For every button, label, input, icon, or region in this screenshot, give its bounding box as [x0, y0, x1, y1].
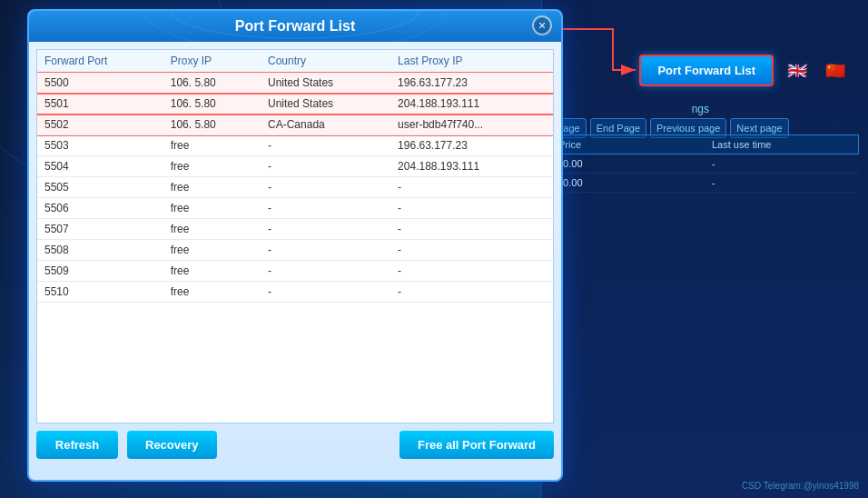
cell-0-0: 5500: [37, 73, 163, 94]
col-country: Country: [261, 50, 390, 73]
cell-6-0: 5506: [37, 198, 163, 219]
cell-3-3: 196.63.177.23: [390, 135, 553, 156]
table-row[interactable]: 5501106. 5.80United States204.188.193.11…: [37, 94, 553, 115]
cell-5-1: free: [163, 177, 261, 198]
cell-5-3: -: [390, 177, 553, 198]
right-panel: Port Forward List 🇬🇧 🇨🇳 ngs Page End Pag…: [541, 0, 868, 498]
col-proxy-ip: Proxy IP: [163, 50, 261, 73]
cell-8-0: 5508: [37, 240, 163, 261]
cell-7-2: -: [261, 219, 390, 240]
cell-8-2: -: [261, 240, 390, 261]
cell-3-0: 5503: [37, 135, 163, 156]
col-forward-port: Forward Port: [37, 50, 163, 73]
dialog-titlebar: Port Forward List ×: [29, 11, 561, 42]
cell-7-1: free: [163, 219, 261, 240]
cell-9-2: -: [261, 261, 390, 282]
cell-6-3: -: [390, 198, 553, 219]
col-last-proxy-ip: Last Proxy IP: [390, 50, 553, 73]
cell-3-1: free: [163, 135, 261, 156]
cell-4-3: 204.188.193.111: [390, 156, 553, 177]
table-row[interactable]: 5503free-196.63.177.23: [37, 135, 553, 156]
table-row[interactable]: 5510free--: [37, 282, 553, 303]
cell-4-2: -: [261, 156, 390, 177]
cell-2-0: 5502: [37, 115, 163, 135]
cell-0-2: United States: [261, 73, 390, 94]
cell-10-3: -: [390, 282, 553, 303]
watermark: CSD Telegram:@yinos41998: [742, 481, 859, 491]
dialog-footer: Refresh Recovery Free all Port Forward: [36, 423, 554, 463]
cell-2-3: user-bdb47f740...: [390, 115, 553, 135]
cell-9-0: 5509: [37, 261, 163, 282]
table-row[interactable]: 5502106. 5.80CA-Canadauser-bdb47f740...: [37, 115, 553, 135]
table-row[interactable]: 5504free-204.188.193.111: [37, 156, 553, 177]
table-row[interactable]: 5506free--: [37, 198, 553, 219]
port-forward-table: Forward Port Proxy IP Country Last Proxy…: [37, 50, 553, 303]
cell-10-1: free: [163, 282, 261, 303]
flag-uk[interactable]: 🇬🇧: [783, 61, 812, 81]
pfl-button[interactable]: Port Forward List: [639, 55, 774, 86]
right-table-row: 30.00 -: [550, 174, 859, 193]
free-all-button[interactable]: Free all Port Forward: [399, 431, 554, 459]
cell-1-2: United States: [261, 94, 390, 115]
last-use-header: Last use time: [705, 135, 858, 154]
dialog-close-button[interactable]: ×: [532, 15, 552, 35]
price-2: 30.00: [550, 174, 705, 192]
tags-label: ngs: [692, 103, 709, 115]
right-table-header: Price Last use time: [550, 134, 859, 154]
cell-9-1: free: [163, 261, 261, 282]
right-table: Price Last use time 30.00 - 30.00 -: [550, 134, 859, 193]
cell-3-2: -: [261, 135, 390, 156]
price-1: 30.00: [550, 154, 705, 173]
cell-0-1: 106. 5.80: [163, 73, 261, 94]
table-row[interactable]: 5509free--: [37, 261, 553, 282]
cell-4-0: 5504: [37, 156, 163, 177]
flag-cn[interactable]: 🇨🇳: [821, 61, 850, 81]
right-table-row: 30.00 -: [550, 154, 859, 174]
cell-6-2: -: [261, 198, 390, 219]
cell-8-1: free: [163, 240, 261, 261]
cell-9-3: -: [390, 261, 553, 282]
cell-10-2: -: [261, 282, 390, 303]
cell-6-1: free: [163, 198, 261, 219]
dialog-content: Forward Port Proxy IP Country Last Proxy…: [29, 42, 561, 470]
cell-10-0: 5510: [37, 282, 163, 303]
cell-0-3: 196.63.177.23: [390, 73, 553, 94]
recovery-button[interactable]: Recovery: [127, 431, 217, 459]
price-header: Price: [551, 135, 705, 154]
cell-7-3: -: [390, 219, 553, 240]
cell-5-2: -: [261, 177, 390, 198]
table-row[interactable]: 5508free--: [37, 240, 553, 261]
dialog-title: Port Forward List: [235, 18, 355, 34]
pfl-button-area: Port Forward List 🇬🇧 🇨🇳: [639, 55, 850, 86]
cell-5-0: 5505: [37, 177, 163, 198]
last-use-1: -: [705, 154, 859, 173]
table-row[interactable]: 5500106. 5.80United States196.63.177.23: [37, 73, 553, 94]
table-container: Forward Port Proxy IP Country Last Proxy…: [36, 49, 554, 423]
last-use-2: -: [705, 174, 859, 192]
table-row[interactable]: 5505free--: [37, 177, 553, 198]
cell-7-0: 5507: [37, 219, 163, 240]
refresh-button[interactable]: Refresh: [36, 431, 118, 459]
cell-1-0: 5501: [37, 94, 163, 115]
cell-8-3: -: [390, 240, 553, 261]
cell-1-3: 204.188.193.111: [390, 94, 553, 115]
cell-2-1: 106. 5.80: [163, 115, 261, 135]
dialog: Port Forward List × Forward Port Proxy I…: [27, 9, 563, 482]
cell-1-1: 106. 5.80: [163, 94, 261, 115]
cell-4-1: free: [163, 156, 261, 177]
table-row[interactable]: 5507free--: [37, 219, 553, 240]
cell-2-2: CA-Canada: [261, 115, 390, 135]
